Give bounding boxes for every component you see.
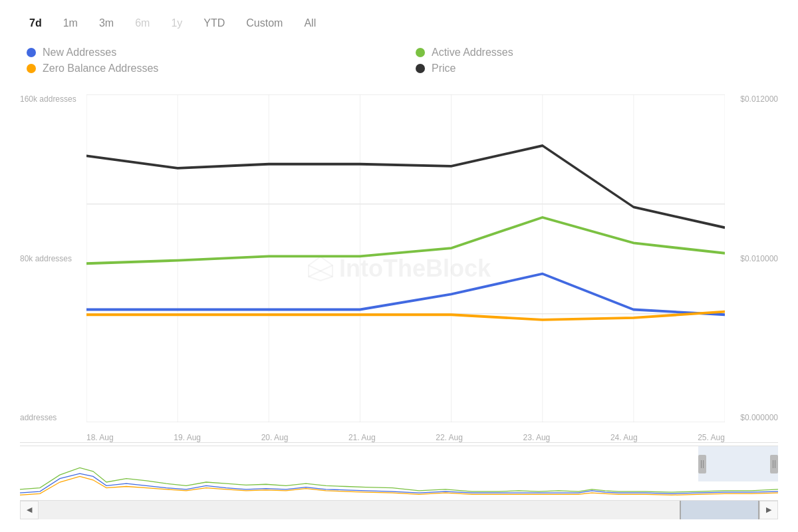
x-label-1: 19. Aug [174,433,201,442]
y-left-mid: 80k addresses [20,254,72,263]
y-right-bot: $0.000000 [740,413,778,422]
btn-3m[interactable]: 3m [90,13,123,33]
legend-label-active: Active Addresses [432,47,513,59]
legend-label-zero: Zero Balance Addresses [43,63,158,74]
chart-svg-container [86,94,725,422]
y-right-mid: $0.010000 [740,254,778,263]
y-axis-right: $0.012000 $0.010000 $0.000000 [718,94,778,422]
legend-label-new: New Addresses [43,47,116,59]
btn-1y: 1y [162,13,192,33]
scroll-track[interactable] [39,501,759,519]
btn-1m[interactable]: 1m [54,13,87,33]
x-label-5: 23. Aug [523,433,551,442]
y-left-bot: addresses [20,413,57,422]
x-label-0: 18. Aug [86,433,114,442]
x-label-4: 22. Aug [436,433,463,442]
legend-zero-balance: Zero Balance Addresses [27,63,389,74]
navigator-selection[interactable] [698,446,778,481]
scroll-controls: ◀ ▶ [20,500,778,519]
time-range-selector: 7d 1m 3m 6m 1y YTD Custom All [20,13,778,33]
x-axis: 18. Aug 19. Aug 20. Aug 21. Aug 22. Aug … [86,424,725,442]
y-right-top: $0.012000 [740,94,778,104]
btn-7d[interactable]: 7d [20,13,51,33]
x-label-2: 20. Aug [261,433,289,442]
legend-price: Price [416,63,778,74]
legend-label-price: Price [432,63,456,74]
x-label-7: 25. Aug [698,433,725,442]
btn-6m: 6m [126,13,159,33]
price-line [86,146,725,227]
legend-dot-active [416,48,425,57]
active-addresses-line [86,217,725,263]
y-left-top: 160k addresses [20,94,76,104]
zero-balance-line [86,312,725,320]
legend-active-addresses: Active Addresses [416,47,778,59]
mini-svg-wrapper [20,446,778,500]
legend-dot-price [416,64,425,73]
mini-chart: May '24 Jul '24 ◀ ▶ [20,446,778,519]
x-label-3: 21. Aug [348,433,376,442]
x-label-6: 24. Aug [610,433,638,442]
main-container: 7d 1m 3m 6m 1y YTD Custom All New Addres… [0,0,798,532]
mini-chart-svg [20,446,778,500]
nav-handle-left[interactable] [698,455,706,473]
scroll-right-btn[interactable]: ▶ [759,501,778,519]
btn-ytd[interactable]: YTD [194,13,234,33]
new-addresses-line [86,274,725,315]
main-chart: 160k addresses 80k addresses addresses $… [20,94,778,443]
nav-handle-right[interactable] [770,455,778,473]
scroll-left-btn[interactable]: ◀ [20,501,39,519]
legend-dot-zero [27,64,36,73]
scroll-thumb[interactable] [680,501,759,519]
legend-new-addresses: New Addresses [27,47,389,59]
chart-area: 160k addresses 80k addresses addresses $… [20,94,778,519]
btn-custom[interactable]: Custom [237,13,292,33]
legend-dot-new [27,48,36,57]
btn-all[interactable]: All [295,13,325,33]
main-chart-svg [86,94,725,422]
chart-legend: New Addresses Active Addresses Zero Bala… [20,47,778,74]
